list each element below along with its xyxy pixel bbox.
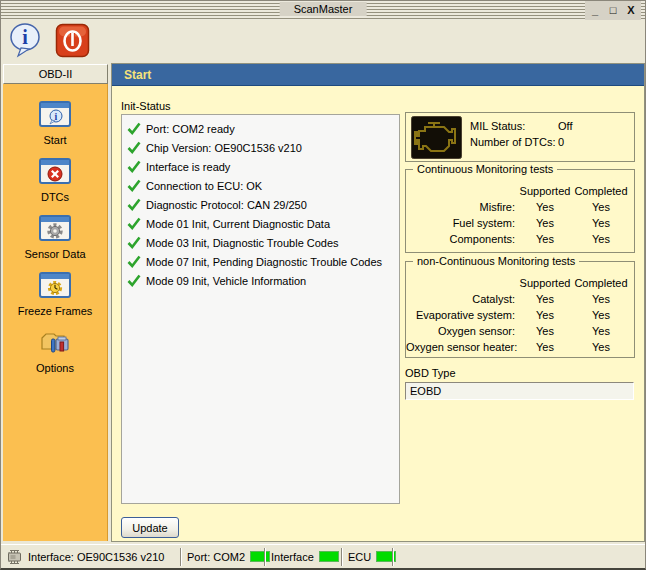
init-status-list[interactable]: Port: COM2 ready Chip Version: OE90C1536… bbox=[121, 114, 400, 504]
info-bubble-icon: i bbox=[8, 45, 45, 62]
svg-text:i: i bbox=[55, 111, 58, 122]
sidebar-item-start[interactable]: i Start bbox=[3, 101, 107, 146]
window-gear-icon bbox=[39, 215, 71, 241]
window-clock-icon bbox=[39, 272, 71, 298]
test-row-label: Components: bbox=[406, 231, 519, 247]
continuous-tests-group: Continuous Monitoring tests Supported Co… bbox=[405, 169, 635, 253]
svg-text:i: i bbox=[22, 26, 28, 48]
check-icon bbox=[127, 236, 141, 249]
power-button[interactable] bbox=[54, 22, 91, 59]
obd-type-label: OBD Type bbox=[405, 367, 635, 379]
test-row-label: Oxygen sensor heater: bbox=[406, 339, 519, 355]
interface-status-led bbox=[319, 551, 339, 562]
chip-icon bbox=[6, 550, 23, 564]
non-continuous-tests-group: non-Continuous Monitoring tests Supporte… bbox=[405, 261, 635, 358]
test-completed-value: Yes bbox=[571, 339, 631, 355]
test-row-label: Catalyst: bbox=[406, 291, 519, 307]
maximize-button[interactable]: □ bbox=[607, 3, 619, 18]
test-supported-value: Yes bbox=[519, 291, 571, 307]
test-row-label: Fuel system: bbox=[406, 215, 519, 231]
check-icon bbox=[127, 179, 141, 192]
test-row-label: Evaporative system: bbox=[406, 307, 519, 323]
dtc-count-value: 0 bbox=[558, 136, 572, 148]
sidebar: i Start DTCs bbox=[3, 84, 108, 541]
continuous-tests-title: Continuous Monitoring tests bbox=[413, 163, 557, 175]
test-supported-value: Yes bbox=[519, 339, 571, 355]
title-bar[interactable]: ScanMaster _ □ X bbox=[1, 1, 645, 20]
sidebar-item-options[interactable]: Options bbox=[3, 329, 107, 374]
list-item[interactable]: Mode 03 Init, Diagnostic Trouble Codes bbox=[122, 233, 399, 252]
test-row-label: Oxygen sensor: bbox=[406, 323, 519, 339]
dtc-count-label: Number of DTCs: bbox=[470, 136, 558, 148]
list-item[interactable]: Diagnostic Protocol: CAN 29/250 bbox=[122, 195, 399, 214]
list-item[interactable]: Mode 01 Init, Current Diagnostic Data bbox=[122, 214, 399, 233]
mil-status-label: MIL Status: bbox=[470, 120, 558, 132]
check-icon bbox=[127, 198, 141, 211]
status-bar: Interface: OE90C1536 v210 Port: COM2 Int… bbox=[1, 544, 645, 568]
sidebar-item-label: DTCs bbox=[41, 191, 69, 203]
check-icon bbox=[127, 217, 141, 230]
update-button[interactable]: Update bbox=[121, 517, 179, 538]
completed-column-header: Completed bbox=[571, 183, 631, 199]
sidebar-item-dtcs[interactable]: DTCs bbox=[3, 158, 107, 203]
toolbar: i bbox=[1, 20, 645, 62]
test-completed-value: Yes bbox=[571, 323, 631, 339]
test-supported-value: Yes bbox=[519, 199, 571, 215]
test-row-label: Misfire: bbox=[406, 199, 519, 215]
statusbar-interface-version: Interface: OE90C1536 v210 bbox=[1, 545, 180, 568]
check-icon bbox=[127, 274, 141, 287]
test-supported-value: Yes bbox=[519, 215, 571, 231]
summary-column: MIL Status: Off Number of DTCs: 0 Contin… bbox=[405, 112, 635, 400]
check-icon bbox=[127, 255, 141, 268]
list-item[interactable]: Mode 09 Init, Vehicle Information bbox=[122, 271, 399, 290]
test-completed-value: Yes bbox=[571, 307, 631, 323]
statusbar-ecu: ECU bbox=[343, 545, 392, 568]
sidebar-item-sensor-data[interactable]: Sensor Data bbox=[3, 215, 107, 260]
page-header: Start bbox=[112, 64, 644, 86]
check-icon bbox=[127, 141, 141, 154]
supported-column-header: Supported bbox=[519, 275, 571, 291]
engine-icon bbox=[411, 116, 462, 159]
main-panel: Start Init-Status Port: COM2 ready Chip … bbox=[111, 63, 645, 542]
init-status-label: Init-Status bbox=[121, 100, 171, 112]
test-supported-value: Yes bbox=[519, 231, 571, 247]
app-window: ScanMaster _ □ X i bbox=[0, 0, 646, 570]
list-item[interactable]: Chip Version: OE90C1536 v210 bbox=[122, 138, 399, 157]
page-title: Start bbox=[124, 68, 151, 82]
list-item[interactable]: Connection to ECU: OK bbox=[122, 176, 399, 195]
test-completed-value: Yes bbox=[571, 291, 631, 307]
test-completed-value: Yes bbox=[571, 199, 631, 215]
power-icon bbox=[54, 45, 91, 62]
info-button[interactable]: i bbox=[8, 22, 45, 59]
folder-tools-icon bbox=[39, 329, 71, 355]
list-item[interactable]: Interface is ready bbox=[122, 157, 399, 176]
test-supported-value: Yes bbox=[519, 307, 571, 323]
supported-column-header: Supported bbox=[519, 183, 571, 199]
check-icon bbox=[127, 122, 141, 135]
test-supported-value: Yes bbox=[519, 323, 571, 339]
window-controls: _ □ X bbox=[585, 1, 641, 20]
check-icon bbox=[127, 160, 141, 173]
sidebar-item-label: Freeze Frames bbox=[18, 305, 93, 317]
list-item[interactable]: Mode 07 Init, Pending Diagnostic Trouble… bbox=[122, 252, 399, 271]
statusbar-divider bbox=[392, 548, 394, 566]
sidebar-item-label: Start bbox=[43, 134, 66, 146]
window-error-icon bbox=[39, 158, 71, 184]
window-title: ScanMaster bbox=[280, 2, 367, 16]
close-button[interactable]: X bbox=[625, 3, 637, 18]
mil-status-text: MIL Status: Off Number of DTCs: 0 bbox=[470, 120, 572, 148]
completed-column-header: Completed bbox=[571, 275, 631, 291]
sidebar-item-label: Options bbox=[36, 362, 74, 374]
sidebar-header-label: OBD-II bbox=[39, 68, 73, 80]
non-continuous-tests-title: non-Continuous Monitoring tests bbox=[413, 255, 579, 267]
test-completed-value: Yes bbox=[571, 231, 631, 247]
list-item[interactable]: Port: COM2 ready bbox=[122, 119, 399, 138]
obd-type-field[interactable]: EOBD bbox=[405, 382, 634, 400]
test-completed-value: Yes bbox=[571, 215, 631, 231]
sidebar-item-label: Sensor Data bbox=[24, 248, 85, 260]
sidebar-header-obd2[interactable]: OBD-II bbox=[3, 64, 108, 84]
window-info-icon: i bbox=[39, 101, 71, 127]
sidebar-item-freeze-frames[interactable]: Freeze Frames bbox=[3, 272, 107, 317]
minimize-button[interactable]: _ bbox=[589, 3, 601, 18]
statusbar-interface: Interface bbox=[266, 545, 341, 568]
